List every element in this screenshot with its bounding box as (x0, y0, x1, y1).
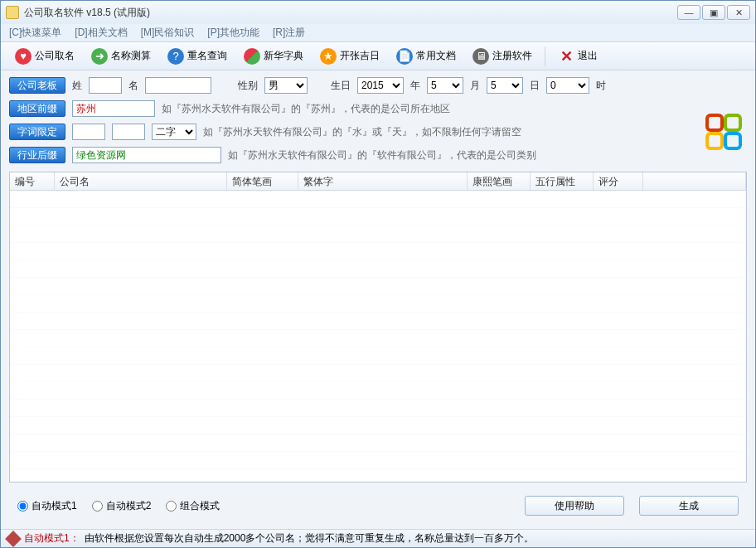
word-count-select[interactable]: 二字 (152, 124, 196, 140)
th-score[interactable]: 评分 (594, 172, 643, 190)
th-trad[interactable]: 繁体字 (298, 172, 468, 190)
region-input[interactable] (72, 100, 155, 117)
gender-label: 性别 (238, 79, 258, 93)
flag-icon (244, 48, 260, 65)
tb-common-docs[interactable]: 📄常用文档 (390, 45, 462, 68)
svg-rect-3 (725, 133, 740, 148)
app-icon (6, 6, 19, 19)
menu-other[interactable]: [P]其他功能 (207, 26, 259, 40)
tb-exit[interactable]: ✕退出 (552, 45, 603, 68)
surname-label: 姓 (72, 79, 82, 93)
word-hint: 如『苏州水天软件有限公司』的『水』或『天』，如不限制任何字请留空 (203, 125, 521, 139)
year-unit: 年 (410, 79, 420, 93)
suffix-button[interactable]: 行业后缀 (9, 147, 65, 163)
birth-label: 生日 (331, 79, 351, 93)
mode-auto1[interactable]: 自动模式1 (17, 499, 77, 513)
tb-label: 退出 (578, 49, 598, 63)
hour-unit: 时 (596, 79, 606, 93)
tb-label: 重名查询 (187, 49, 227, 63)
year-select[interactable]: 2015 (357, 77, 404, 94)
suffix-hint: 如『苏州水天软件有限公司』的『软件有限公司』，代表的是公司类别 (228, 148, 536, 162)
question-icon: ? (167, 48, 184, 65)
office-logo-icon (705, 114, 742, 150)
mode-auto2[interactable]: 自动模式2 (92, 499, 152, 513)
table-body[interactable] (10, 191, 746, 482)
table-header: 编号 公司名 简体笔画 繁体字 康熙笔画 五行属性 评分 (10, 172, 746, 191)
minimize-button[interactable]: — (677, 5, 700, 20)
tb-company-name[interactable]: ♥公司取名 (9, 45, 80, 68)
name-input[interactable] (145, 77, 211, 94)
arrow-icon: ➜ (91, 48, 108, 65)
month-unit: 月 (470, 79, 480, 93)
boss-button[interactable]: 公司老板 (9, 77, 65, 94)
day-unit: 日 (530, 79, 540, 93)
doc-icon: 📄 (396, 48, 413, 65)
help-button[interactable]: 使用帮助 (525, 496, 624, 516)
gender-select[interactable]: 男 (264, 77, 308, 94)
hour-select[interactable]: 0 (546, 77, 589, 94)
window-title: 公司取名软件 v18.5 (试用版) (24, 6, 677, 20)
menubar: [C]快速菜单 [D]相关文档 [M]民俗知识 [P]其他功能 [R]注册 (1, 24, 755, 42)
generate-button[interactable]: 生成 (639, 496, 739, 516)
menu-docs[interactable]: [D]相关文档 (75, 26, 127, 40)
toolbar: ♥公司取名 ➜名称测算 ?重名查询 新华字典 ★开张吉日 📄常用文档 🖥注册软件… (1, 42, 755, 70)
star-icon: ★ (320, 48, 337, 65)
menu-folk[interactable]: [M]民俗知识 (141, 26, 195, 40)
th-kangxi[interactable]: 康熙笔画 (468, 172, 531, 190)
close-button[interactable]: ✕ (727, 5, 750, 20)
svg-rect-2 (707, 133, 722, 148)
day-select[interactable]: 5 (487, 77, 523, 94)
tb-register[interactable]: 🖥注册软件 (467, 45, 538, 68)
svg-rect-0 (707, 115, 722, 130)
word-button[interactable]: 字词限定 (9, 124, 65, 140)
region-button[interactable]: 地区前缀 (9, 100, 65, 117)
month-select[interactable]: 5 (427, 77, 463, 94)
mode-label: 自动模式1 (32, 499, 77, 513)
menu-quick[interactable]: [C]快速菜单 (9, 26, 61, 40)
th-id[interactable]: 编号 (10, 172, 55, 190)
word-input-2[interactable] (112, 124, 145, 140)
titlebar: 公司取名软件 v18.5 (试用版) — ▣ ✕ (1, 1, 755, 24)
x-icon: ✕ (558, 48, 574, 65)
tb-dictionary[interactable]: 新华字典 (238, 45, 309, 68)
mode-label: 组合模式 (180, 499, 220, 513)
tb-label: 注册软件 (492, 49, 532, 63)
svg-rect-1 (725, 115, 740, 130)
th-company[interactable]: 公司名 (55, 172, 227, 190)
tb-dup-query[interactable]: ?重名查询 (162, 45, 233, 68)
tb-name-calc[interactable]: ➜名称测算 (85, 45, 157, 68)
tb-label: 公司取名 (35, 49, 75, 63)
tb-lucky-date[interactable]: ★开张吉日 (314, 45, 385, 68)
mode-combo[interactable]: 组合模式 (166, 499, 220, 513)
tb-label: 常用文档 (416, 49, 456, 63)
results-table: 编号 公司名 简体笔画 繁体字 康熙笔画 五行属性 评分 (9, 172, 747, 483)
name-label: 名 (128, 79, 138, 93)
surname-input[interactable] (89, 77, 122, 94)
tb-label: 开张吉日 (340, 49, 380, 63)
tb-label: 新华字典 (264, 49, 303, 63)
th-wuxing[interactable]: 五行属性 (531, 172, 594, 190)
menu-register[interactable]: [R]注册 (273, 26, 305, 40)
book-icon (5, 531, 22, 547)
status-text: 由软件根据您设置每次自动生成2000多个公司名；觉得不满意可重复生成，名称总量达… (85, 531, 535, 546)
suffix-input[interactable] (72, 147, 221, 163)
region-hint: 如『苏州水天软件有限公司』的『苏州』，代表的是公司所在地区 (162, 102, 450, 116)
monitor-icon: 🖥 (472, 48, 489, 65)
th-blank[interactable] (643, 172, 746, 190)
separator (545, 46, 545, 66)
status-prefix: 自动模式1： (24, 531, 80, 546)
tb-label: 名称测算 (111, 49, 151, 63)
statusbar: 自动模式1： 由软件根据您设置每次自动生成2000多个公司名；觉得不满意可重复生… (1, 529, 755, 547)
maximize-button[interactable]: ▣ (702, 5, 725, 20)
word-input-1[interactable] (72, 124, 105, 140)
th-simp-strokes[interactable]: 简体笔画 (227, 172, 298, 190)
heart-icon: ♥ (15, 48, 32, 65)
mode-label: 自动模式2 (106, 499, 152, 513)
